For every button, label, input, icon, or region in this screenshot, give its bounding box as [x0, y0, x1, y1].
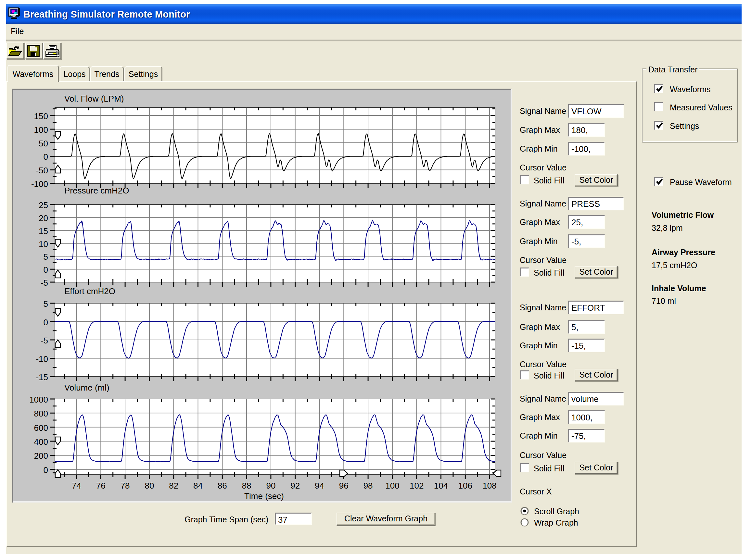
svg-text:102: 102: [410, 481, 424, 491]
svg-text:-5: -5: [41, 278, 48, 288]
svg-text:76: 76: [96, 481, 105, 491]
svg-text:104: 104: [434, 481, 448, 491]
svg-text:50: 50: [39, 139, 48, 148]
svg-text:90: 90: [266, 481, 275, 491]
svg-text:-5: -5: [41, 336, 48, 345]
svg-text:-10: -10: [36, 354, 48, 364]
svg-text:Pressure cmH2O: Pressure cmH2O: [64, 186, 129, 196]
svg-text:15: 15: [39, 226, 48, 236]
svg-text:74: 74: [72, 481, 81, 491]
svg-text:0: 0: [43, 152, 48, 162]
svg-text:84: 84: [193, 481, 203, 491]
svg-text:106: 106: [458, 481, 472, 491]
svg-text:92: 92: [290, 481, 300, 491]
svg-text:5: 5: [43, 252, 48, 262]
svg-text:-15: -15: [36, 372, 48, 382]
svg-text:Vol. Flow (LPM): Vol. Flow (LPM): [64, 94, 124, 104]
svg-text:100: 100: [34, 125, 48, 135]
svg-text:Effort cmH2O: Effort cmH2O: [64, 286, 115, 296]
svg-text:150: 150: [34, 111, 48, 121]
svg-text:-100: -100: [31, 179, 48, 189]
svg-text:78: 78: [120, 481, 130, 491]
svg-text:25: 25: [39, 200, 48, 210]
svg-text:5: 5: [43, 299, 48, 309]
svg-text:0: 0: [43, 318, 48, 327]
svg-text:400: 400: [34, 437, 48, 447]
svg-text:0: 0: [43, 265, 48, 275]
svg-text:94: 94: [315, 481, 324, 491]
svg-text:-50: -50: [36, 165, 48, 175]
svg-text:100: 100: [385, 481, 399, 491]
svg-text:1000: 1000: [29, 395, 48, 404]
svg-text:600: 600: [34, 423, 48, 433]
svg-text:86: 86: [218, 481, 227, 491]
svg-text:82: 82: [169, 481, 178, 491]
svg-text:80: 80: [145, 481, 154, 491]
svg-text:Volume (ml): Volume (ml): [64, 383, 110, 393]
svg-text:96: 96: [339, 481, 349, 491]
svg-text:800: 800: [34, 409, 48, 418]
svg-text:0: 0: [43, 465, 48, 475]
svg-text:108: 108: [482, 481, 496, 491]
svg-text:10: 10: [39, 239, 48, 249]
svg-text:20: 20: [39, 213, 48, 223]
svg-text:98: 98: [364, 481, 373, 491]
svg-text:88: 88: [242, 481, 251, 491]
svg-text:Time (sec): Time (sec): [244, 491, 284, 501]
svg-text:200: 200: [34, 451, 48, 461]
